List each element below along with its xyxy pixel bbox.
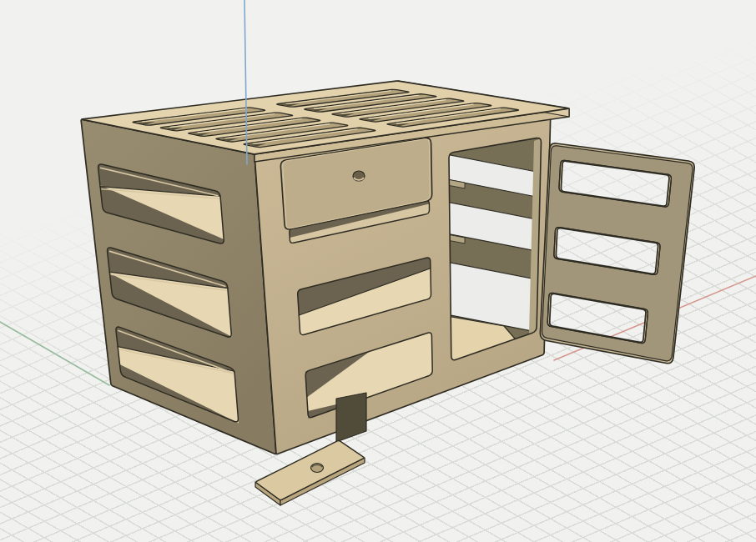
enclosure-model[interactable] <box>81 81 569 505</box>
model-scene[interactable] <box>0 0 756 542</box>
left-panel[interactable] <box>81 119 276 454</box>
open-door[interactable] <box>540 143 694 364</box>
viewport-canvas[interactable] <box>0 0 756 542</box>
y-axis-green-line <box>0 322 109 385</box>
tab-notch <box>336 393 366 442</box>
front-panel[interactable] <box>255 110 551 454</box>
